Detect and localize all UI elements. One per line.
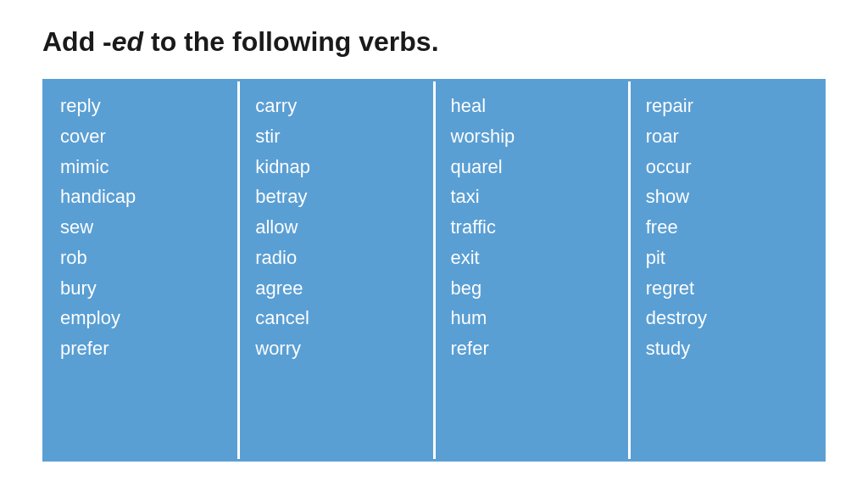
verb-word: rob — [60, 245, 222, 271]
verb-table: replycovermimichandicapsewrobburyemployp… — [42, 79, 826, 462]
verb-column-col2: carrystirkidnapbetrayallowradioagreecanc… — [240, 81, 435, 459]
verb-word: occur — [646, 154, 808, 180]
verb-word: kidnap — [255, 154, 417, 180]
verb-word: reply — [60, 93, 222, 119]
verb-word: repair — [646, 93, 808, 119]
verb-word: bury — [60, 276, 222, 301]
verb-word: allow — [255, 215, 417, 240]
verb-column-col4: repairroaroccurshowfreepitregretdestroys… — [631, 81, 823, 459]
verb-column-col3: healworshipquareltaxitrafficexitbeghumre… — [436, 81, 631, 459]
verb-word: agree — [255, 276, 417, 301]
verb-word: betray — [255, 184, 417, 210]
verb-word: mimic — [60, 154, 222, 180]
verb-word: exit — [451, 245, 613, 271]
verb-word: taxi — [451, 184, 613, 210]
verb-word: cancel — [255, 305, 417, 331]
verb-word: show — [646, 184, 808, 210]
verb-word: hum — [451, 305, 613, 331]
verb-word: traffic — [451, 215, 613, 240]
verb-word: heal — [451, 93, 613, 119]
verb-word: free — [646, 215, 808, 240]
verb-word: refer — [451, 336, 613, 361]
verb-word: carry — [255, 93, 417, 119]
verb-word: radio — [255, 245, 417, 271]
verb-word: employ — [60, 305, 222, 331]
verb-word: beg — [451, 276, 613, 301]
verb-word: destroy — [646, 305, 808, 331]
verb-word: sew — [60, 215, 222, 240]
verb-word: worry — [255, 336, 417, 361]
page-title: Add -ed to the following verbs. — [42, 25, 826, 58]
verb-word: handicap — [60, 184, 222, 210]
verb-word: stir — [255, 124, 417, 149]
verb-word: cover — [60, 124, 222, 149]
verb-word: study — [646, 336, 808, 361]
verb-word: pit — [646, 245, 808, 271]
verb-word: worship — [451, 124, 613, 149]
verb-word: regret — [646, 276, 808, 301]
verb-word: prefer — [60, 336, 222, 361]
verb-column-col1: replycovermimichandicapsewrobburyemployp… — [45, 81, 240, 459]
verb-word: roar — [646, 124, 808, 149]
verb-word: quarel — [451, 154, 613, 180]
